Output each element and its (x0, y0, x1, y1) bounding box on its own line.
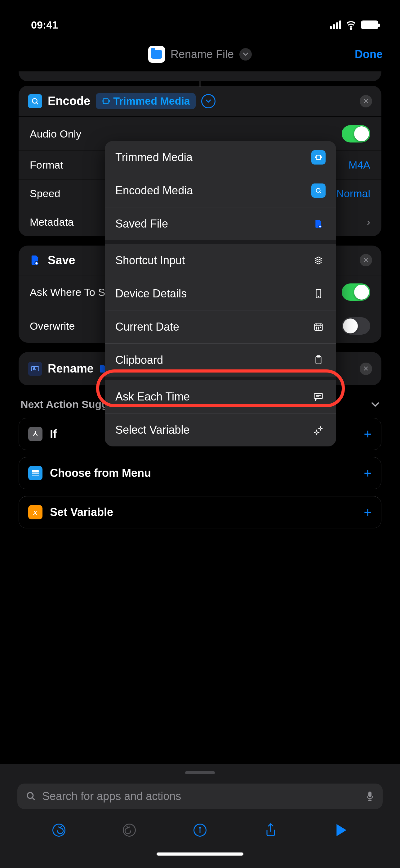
overwrite-toggle[interactable] (342, 317, 370, 335)
svg-rect-22 (314, 393, 323, 399)
menu-icon (28, 466, 42, 480)
battery-icon (361, 21, 378, 29)
delete-action-button[interactable]: ✕ (360, 95, 372, 107)
search-placeholder: Search for apps and actions (42, 790, 181, 803)
svg-point-28 (199, 827, 200, 828)
bottom-sheet: Search for apps and actions (0, 764, 400, 868)
svg-point-18 (316, 329, 317, 330)
home-indicator[interactable] (157, 852, 243, 856)
delete-action-button[interactable]: ✕ (360, 254, 372, 266)
svg-point-19 (318, 329, 319, 330)
navigation-bar: Rename File Done (0, 37, 400, 71)
popup-item-saved-file[interactable]: Saved File (105, 207, 336, 240)
svg-point-16 (318, 327, 319, 328)
sparkle-icon (311, 423, 326, 437)
grabber[interactable] (185, 771, 215, 774)
ask-where-toggle[interactable] (342, 283, 370, 301)
popup-item-encoded-media[interactable]: Encoded Media (105, 174, 336, 207)
svg-point-10 (316, 188, 320, 192)
add-icon[interactable]: + (364, 504, 372, 520)
svg-rect-20 (316, 356, 321, 364)
trimmed-media-variable[interactable]: Trimmed Media (96, 93, 196, 109)
audio-only-toggle[interactable] (342, 125, 370, 143)
svg-point-17 (320, 327, 321, 328)
done-button[interactable]: Done (355, 48, 382, 61)
svg-rect-6 (32, 470, 39, 472)
run-button[interactable] (332, 822, 350, 839)
svg-rect-24 (368, 792, 371, 797)
layers-icon (311, 253, 326, 268)
svg-point-15 (316, 327, 317, 328)
calendar-icon (311, 320, 326, 334)
page-title: Rename File (171, 48, 234, 61)
svg-point-1 (32, 98, 37, 103)
suggestion-set-variable[interactable]: x Set Variable + (19, 496, 381, 528)
chevron-right-icon: › (367, 216, 370, 228)
suggestion-label: If (50, 428, 57, 440)
speech-bubble-icon (311, 390, 326, 404)
phone-icon (311, 286, 326, 301)
status-icons (330, 19, 378, 30)
clipboard-icon (311, 353, 326, 367)
files-app-icon (148, 46, 165, 63)
svg-point-13 (318, 297, 319, 297)
chevron-down-icon (371, 402, 379, 407)
mic-icon[interactable] (366, 791, 374, 802)
delete-action-button[interactable]: ✕ (360, 363, 372, 375)
previous-action-stub (19, 71, 381, 81)
svg-text:A: A (33, 367, 36, 371)
chevron-down-icon (239, 48, 252, 61)
speed-value: Normal (336, 187, 370, 199)
svg-rect-2 (103, 98, 108, 103)
popup-item-ask-each-time[interactable]: Ask Each Time (105, 380, 336, 413)
file-icon (311, 217, 326, 231)
popup-item-current-date[interactable]: Current Date (105, 310, 336, 343)
rename-title: Rename (48, 362, 94, 375)
status-bar: 09:41 (0, 0, 400, 37)
suggestion-label: Choose from Menu (50, 467, 151, 479)
suggestion-label: Set Variable (50, 506, 113, 519)
wifi-icon (345, 19, 357, 30)
popup-item-shortcut-input[interactable]: Shortcut Input (105, 244, 336, 277)
if-icon (28, 427, 42, 441)
add-icon[interactable]: + (364, 426, 372, 442)
popup-item-clipboard[interactable]: Clipboard (105, 344, 336, 377)
svg-point-0 (351, 28, 352, 30)
save-title: Save (48, 254, 75, 267)
add-icon[interactable]: + (364, 465, 372, 481)
svg-rect-8 (32, 475, 39, 476)
encode-icon (311, 183, 326, 198)
redo-button (121, 822, 138, 839)
variable-icon: x (28, 505, 42, 519)
popup-item-trimmed-media[interactable]: Trimmed Media (105, 141, 336, 174)
svg-point-23 (27, 793, 33, 799)
save-file-icon (28, 253, 42, 267)
svg-rect-7 (32, 472, 39, 474)
variable-picker-popup: Trimmed Media Encoded Media Saved File S… (105, 141, 336, 446)
popup-item-device-details[interactable]: Device Details (105, 277, 336, 310)
editor-toolbar (18, 809, 382, 845)
svg-rect-9 (316, 155, 321, 160)
search-field[interactable]: Search for apps and actions (18, 783, 382, 809)
clock: 09:41 (31, 19, 58, 31)
trim-icon (311, 150, 326, 164)
share-button[interactable] (262, 822, 279, 839)
shortcut-title-button[interactable]: Rename File (148, 46, 252, 63)
cell-signal-icon (330, 21, 341, 29)
suggestion-choose-menu[interactable]: Choose from Menu + (19, 457, 381, 489)
rename-icon: A (28, 362, 42, 376)
encode-header[interactable]: Encode Trimmed Media ✕ (19, 86, 381, 117)
search-icon (26, 791, 36, 801)
undo-button[interactable] (50, 822, 68, 839)
format-value: M4A (348, 159, 370, 171)
info-button[interactable] (191, 822, 209, 839)
encode-title: Encode (48, 94, 90, 108)
encode-icon (28, 94, 42, 108)
popup-item-select-variable[interactable]: Select Variable (105, 413, 336, 446)
disclosure-chevron-icon[interactable] (201, 94, 215, 108)
